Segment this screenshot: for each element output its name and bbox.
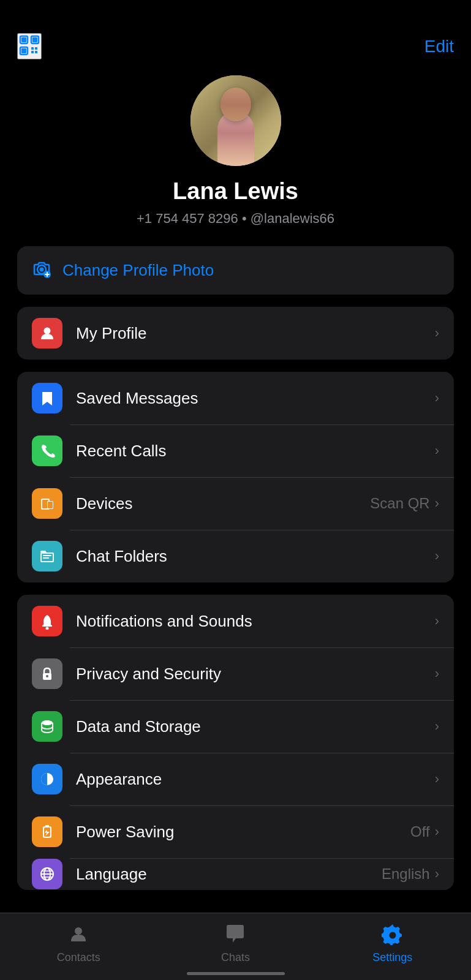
home-indicator [187, 972, 285, 975]
power-saving-item[interactable]: Power Saving Off › [17, 805, 454, 858]
recent-calls-icon [32, 435, 62, 466]
chevron-right-icon: › [435, 325, 439, 341]
settings-tab-icon [379, 921, 406, 948]
privacy-item[interactable]: Privacy and Security › [17, 647, 454, 700]
chevron-right-icon: › [435, 824, 439, 840]
appearance-item[interactable]: Appearance › [17, 753, 454, 805]
chevron-right-icon: › [435, 496, 439, 511]
svg-point-15 [44, 328, 51, 334]
saved-messages-item[interactable]: Saved Messages › [17, 372, 454, 424]
page-header: Edit [0, 0, 471, 69]
camera-icon [32, 258, 51, 282]
tab-chats[interactable]: Chats [157, 921, 314, 964]
svg-point-24 [46, 627, 49, 630]
svg-point-38 [75, 927, 82, 935]
chevron-right-icon: › [435, 548, 439, 564]
change-photo-label: Change Profile Photo [62, 261, 214, 280]
svg-rect-5 [21, 48, 26, 53]
language-icon [32, 859, 62, 889]
notifications-icon [32, 606, 62, 636]
devices-item[interactable]: Devices Scan QR › [17, 477, 454, 530]
recent-calls-item[interactable]: Recent Calls › [17, 424, 454, 477]
recent-calls-label: Recent Calls [76, 442, 435, 461]
qr-code-button[interactable] [17, 33, 42, 59]
power-saving-label: Power Saving [76, 823, 410, 842]
svg-point-26 [46, 675, 48, 677]
svg-rect-8 [31, 51, 34, 53]
data-storage-label: Data and Storage [76, 717, 435, 736]
chats-tab-label: Chats [221, 951, 250, 964]
devices-icon [32, 488, 62, 519]
tab-settings[interactable]: Settings [314, 921, 471, 964]
devices-value: Scan QR [370, 495, 429, 512]
svg-point-11 [40, 268, 44, 272]
profile-name: Lana Lewis [173, 178, 298, 205]
language-label: Language [76, 865, 382, 884]
appearance-icon [32, 764, 62, 794]
language-value: English [382, 865, 430, 883]
my-profile-label: My Profile [76, 324, 435, 343]
menu-section-3: Notifications and Sounds › Privacy and S… [17, 595, 454, 890]
chevron-right-icon: › [435, 390, 439, 406]
settings-tab-label: Settings [372, 951, 412, 964]
svg-rect-23 [43, 557, 49, 559]
chevron-right-icon: › [435, 666, 439, 682]
svg-rect-6 [31, 47, 34, 50]
svg-rect-3 [32, 37, 37, 42]
chat-folders-label: Chat Folders [76, 547, 435, 566]
notifications-label: Notifications and Sounds [76, 612, 435, 631]
change-photo-section: Change Profile Photo [17, 246, 454, 295]
svg-rect-1 [21, 37, 26, 42]
contacts-tab-icon [65, 921, 92, 948]
svg-point-27 [42, 720, 53, 725]
avatar[interactable] [190, 75, 281, 166]
devices-label: Devices [76, 494, 370, 513]
svg-point-39 [389, 932, 396, 939]
svg-rect-19 [48, 502, 53, 508]
tab-bar: Contacts Chats Settings [0, 913, 471, 980]
privacy-icon [32, 658, 62, 689]
chevron-right-icon: › [435, 771, 439, 787]
data-storage-icon [32, 711, 62, 742]
menu-section-2: Saved Messages › Recent Calls › Devic [17, 372, 454, 582]
data-storage-item[interactable]: Data and Storage › [17, 700, 454, 753]
my-profile-icon [32, 318, 62, 349]
notifications-item[interactable]: Notifications and Sounds › [17, 595, 454, 647]
chevron-right-icon: › [435, 718, 439, 734]
appearance-label: Appearance [76, 770, 435, 789]
chats-tab-icon [222, 921, 249, 948]
saved-messages-icon [32, 383, 62, 413]
language-item[interactable]: Language English › [17, 858, 454, 890]
menu-section-1: My Profile › [17, 307, 454, 360]
svg-rect-31 [45, 825, 49, 827]
my-profile-item[interactable]: My Profile › [17, 307, 454, 360]
chevron-right-icon: › [435, 613, 439, 629]
change-photo-button[interactable]: Change Profile Photo [17, 246, 454, 295]
privacy-label: Privacy and Security [76, 665, 435, 684]
chat-folders-icon [32, 541, 62, 571]
chat-folders-item[interactable]: Chat Folders › [17, 530, 454, 582]
chevron-right-icon: › [435, 866, 439, 882]
svg-rect-9 [35, 51, 37, 53]
profile-section: Lana Lewis +1 754 457 8296 • @lanalewis6… [0, 69, 471, 246]
power-saving-value: Off [410, 823, 430, 840]
saved-messages-label: Saved Messages [76, 389, 435, 408]
edit-button[interactable]: Edit [424, 37, 454, 56]
svg-rect-22 [43, 555, 51, 556]
contacts-tab-label: Contacts [57, 951, 100, 964]
tab-contacts[interactable]: Contacts [0, 921, 157, 964]
profile-details: +1 754 457 8296 • @lanalewis66 [137, 211, 334, 227]
chevron-right-icon: › [435, 443, 439, 459]
svg-rect-7 [35, 47, 37, 50]
power-saving-icon [32, 816, 62, 847]
